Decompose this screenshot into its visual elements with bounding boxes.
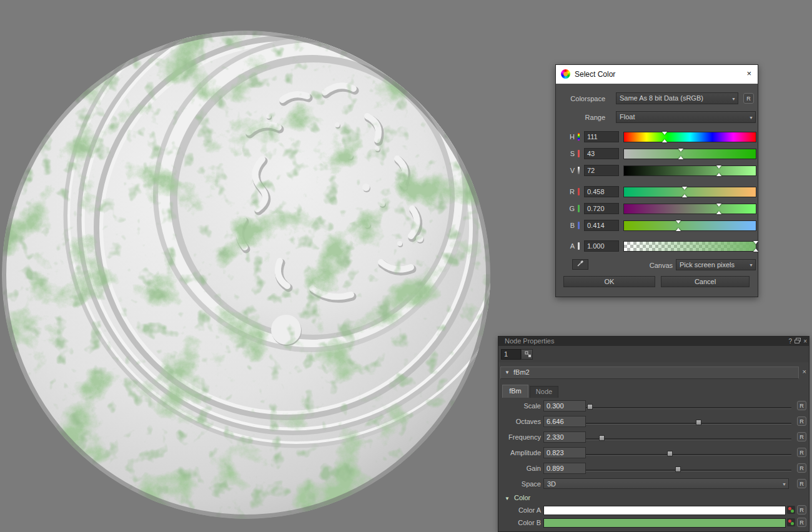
slider-handle[interactable] <box>587 404 593 410</box>
slider-track <box>586 470 791 471</box>
s-value-field[interactable]: 43 <box>584 148 619 159</box>
gain-reset-button[interactable]: R <box>797 463 806 473</box>
param-row-amplitude: Amplitude 0.823 R <box>498 447 809 460</box>
slider-handle[interactable] <box>696 420 701 425</box>
float-window-icon[interactable] <box>795 337 801 345</box>
canvas-dropdown[interactable]: Pick screen pixels ▼ <box>676 259 756 270</box>
color-a-swatch[interactable] <box>543 506 786 515</box>
h-value-field[interactable]: 111 <box>584 131 619 142</box>
close-panel-icon[interactable]: × <box>803 337 807 345</box>
b-channel-indicator <box>578 222 580 229</box>
s-channel-indicator <box>578 150 580 157</box>
saturation-gradient-slider[interactable] <box>623 149 756 159</box>
value-gradient-slider[interactable] <box>623 165 756 176</box>
clear-panels-button[interactable] <box>521 349 533 360</box>
frequency-reset-button[interactable]: R <box>797 432 806 441</box>
slider-handle[interactable] <box>667 451 673 456</box>
amplitude-field[interactable]: 0.823 <box>543 447 586 458</box>
gain-slider[interactable] <box>586 468 791 474</box>
r-channel-indicator <box>578 188 580 195</box>
chevron-down-icon: ▼ <box>749 115 753 119</box>
color-b-row: Color B R <box>498 518 809 528</box>
gain-field[interactable]: 0.899 <box>543 463 586 474</box>
channel-row-g: G 0.720 <box>563 203 750 214</box>
tab-node[interactable]: Node <box>530 386 558 398</box>
octaves-field[interactable]: 6.646 <box>543 416 586 427</box>
color-b-swatch[interactable] <box>543 518 786 528</box>
v-channel-label: V <box>563 165 575 176</box>
g-value-field[interactable]: 0.720 <box>584 203 619 214</box>
node-header-fbm2[interactable]: ▼ fBm2 <box>500 367 799 379</box>
cancel-button[interactable]: Cancel <box>661 276 750 287</box>
chevron-down-icon: ▼ <box>731 96 736 101</box>
octaves-reset-button[interactable]: R <box>797 416 806 426</box>
slider-track <box>586 438 791 440</box>
color-wheel-icon <box>561 69 570 79</box>
close-icon[interactable]: × <box>746 69 751 78</box>
blue-gradient-slider[interactable] <box>623 220 756 231</box>
channel-row-b: B 0.414 <box>563 220 750 231</box>
range-dropdown[interactable]: Float ▼ <box>616 111 756 123</box>
application-window: Select Color × Colorspace Same As 8 bit … <box>0 0 812 532</box>
a-channel-label: A <box>563 240 575 252</box>
r-value-field[interactable]: 0.458 <box>584 186 619 197</box>
chevron-down-icon: ▼ <box>749 263 753 267</box>
amplitude-slider[interactable] <box>586 452 791 458</box>
float-window-glyph <box>795 338 801 343</box>
canvas-row: Canvas Pick screen pixels ▼ <box>563 259 750 270</box>
dialog-buttons-row: OK Cancel <box>563 276 750 287</box>
node-name: fBm2 <box>513 368 530 376</box>
v-channel-indicator <box>578 167 580 174</box>
space-dropdown[interactable]: 3D ▼ <box>543 478 789 489</box>
param-row-gain: Gain 0.899 R <box>498 463 809 475</box>
color-picker-icon[interactable] <box>787 518 795 526</box>
amplitude-label: Amplitude <box>498 447 541 459</box>
tab-fbm[interactable]: fBm <box>502 385 528 398</box>
r-channel-label: R <box>563 186 575 197</box>
hue-gradient-slider[interactable] <box>623 132 756 142</box>
help-icon[interactable]: ? <box>789 337 793 345</box>
ok-button[interactable]: OK <box>563 276 655 287</box>
color-picker-icon[interactable] <box>787 506 795 514</box>
red-gradient-slider[interactable] <box>623 187 756 197</box>
scale-reset-button[interactable]: R <box>797 401 806 410</box>
v-value-field[interactable]: 72 <box>584 165 619 176</box>
b-value-field[interactable]: 0.414 <box>584 220 619 231</box>
alpha-gradient-slider[interactable] <box>623 241 756 252</box>
close-node-icon[interactable]: × <box>803 368 806 375</box>
param-row-octaves: Octaves 6.646 R <box>498 416 809 428</box>
green-gradient-slider[interactable] <box>623 204 756 214</box>
frequency-slider[interactable] <box>586 436 791 443</box>
a-value-field[interactable]: 1.000 <box>584 240 619 252</box>
space-value: 3D <box>547 479 556 490</box>
max-panels-field[interactable]: 1 <box>501 349 521 360</box>
colorspace-reset-button[interactable]: R <box>743 93 754 104</box>
space-reset-button[interactable]: R <box>797 479 806 488</box>
color-a-row: Color A R <box>498 505 809 516</box>
scale-slider[interactable] <box>586 405 791 411</box>
color-b-reset-button[interactable]: R <box>797 518 806 527</box>
eyedropper-button[interactable] <box>572 259 588 270</box>
collapse-triangle-icon[interactable]: ▼ <box>505 496 510 501</box>
panel-titlebar[interactable]: Node Properties ? × <box>498 337 809 346</box>
slider-handle[interactable] <box>675 466 681 472</box>
dialog-title: Select Color <box>575 70 615 79</box>
channel-row-r: R 0.458 <box>563 186 750 197</box>
colorspace-dropdown[interactable]: Same As 8 bit Data (sRGB) ▼ <box>616 92 738 104</box>
color-a-label: Color A <box>498 505 541 515</box>
dialog-titlebar[interactable]: Select Color × <box>556 65 758 84</box>
color-a-reset-button[interactable]: R <box>797 505 806 515</box>
color-section-header[interactable]: ▼ Color <box>505 494 530 504</box>
slider-track <box>586 407 791 409</box>
frequency-field[interactable]: 2.330 <box>543 431 586 443</box>
octaves-slider[interactable] <box>586 421 791 427</box>
channel-row-s: S 43 <box>563 148 750 159</box>
slider-handle[interactable] <box>599 435 605 441</box>
color-section-label: Color <box>514 494 530 501</box>
amplitude-reset-button[interactable]: R <box>797 448 806 457</box>
range-value: Float <box>620 112 635 122</box>
scale-field[interactable]: 0.300 <box>543 400 586 411</box>
colorspace-label: Colorspace <box>563 92 605 105</box>
collapse-triangle-icon[interactable]: ▼ <box>505 370 510 375</box>
panel-toolbar: 1 <box>498 346 809 362</box>
